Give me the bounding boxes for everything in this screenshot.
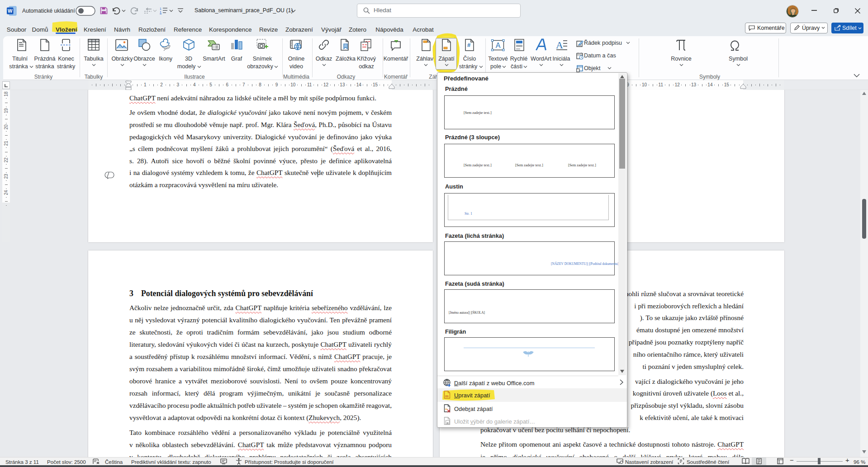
svg-text:W: W (8, 8, 13, 14)
svg-text:a: a (160, 12, 161, 15)
svg-text:#: # (467, 42, 471, 48)
svg-text:1: 1 (160, 7, 161, 10)
svg-text:A: A (556, 39, 563, 51)
svg-text:A: A (496, 42, 501, 49)
